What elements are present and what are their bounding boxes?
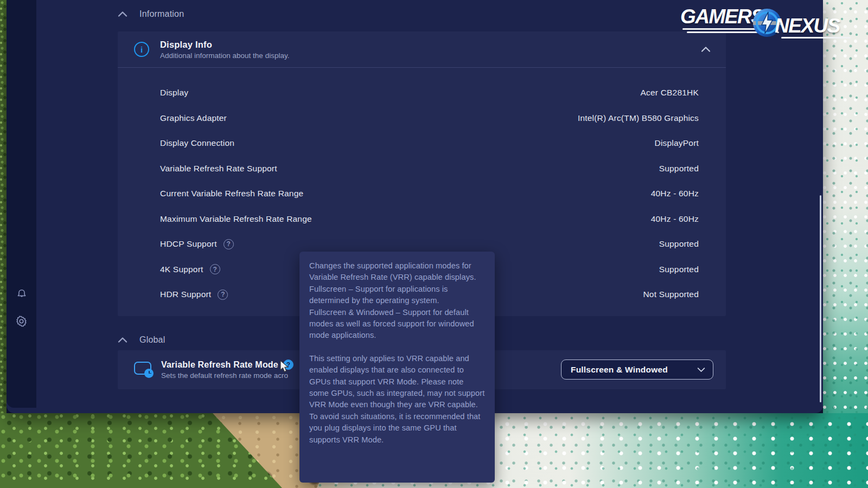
vrr-mode-title: Variable Refresh Rate Mode [161, 360, 278, 370]
logo-text-gamers: GAMERS [680, 5, 763, 28]
row-label: Current Variable Refresh Rate Range [160, 189, 303, 198]
refresh-rate-monitor-icon [134, 362, 154, 378]
logo-underline [781, 37, 851, 38]
row-value: 40Hz - 60Hz [651, 189, 699, 198]
table-row: Display Connection DisplayPort [118, 131, 726, 156]
row-value: Acer CB281HK [640, 88, 699, 98]
row-value: 40Hz - 60Hz [651, 214, 699, 224]
dropdown-selected-value: Fullscreen & Windowed [571, 365, 697, 375]
row-label: Graphics Adapter [160, 113, 227, 123]
row-label: HDCP Support [160, 239, 217, 249]
row-value: Supported [659, 164, 699, 174]
row-value: Not Supported [643, 290, 699, 299]
vrr-help-icon[interactable]: ? [283, 359, 293, 370]
vrr-mode-dropdown[interactable]: Fullscreen & Windowed [561, 359, 713, 380]
chevron-down-icon [697, 367, 705, 373]
notifications-bell-icon[interactable] [15, 287, 28, 300]
chevron-up-icon[interactable] [118, 11, 127, 17]
row-value: DisplayPort [655, 138, 699, 148]
row-label: Maximum Variable Refresh Rate Range [160, 214, 312, 224]
row-label: Display [160, 88, 188, 98]
vrr-help-tooltip: Changes the supported application modes … [299, 252, 495, 483]
collapse-chevron-up-icon[interactable] [701, 46, 711, 53]
display-info-header[interactable]: i Display Info Additional information ab… [118, 31, 726, 68]
table-row: Display Acer CB281HK [118, 80, 726, 106]
chevron-up-icon[interactable] [118, 337, 127, 343]
row-value: Supported [659, 265, 699, 274]
row-label: Variable Refresh Rate Support [160, 164, 277, 174]
card-title: Display Info [160, 40, 701, 50]
sidebar [7, 0, 36, 408]
logo-text-nexus: NEXUS [775, 15, 840, 37]
gamers-nexus-logo: GAMERS NEXUS [678, 3, 852, 36]
section-label: Global [139, 335, 165, 345]
row-label: Display Connection [160, 138, 234, 148]
table-row: Maximum Variable Refresh Rate Range 40Hz… [118, 207, 726, 232]
section-label: Information [139, 9, 184, 19]
table-row: Variable Refresh Rate Support Supported [118, 156, 726, 182]
desktop: Information i Display Info Additional in… [0, 0, 868, 488]
tooltip-paragraph: Changes the supported application modes … [309, 260, 485, 342]
row-label: 4K Support [160, 265, 203, 274]
card-subtitle: Additional information about the display… [160, 52, 701, 60]
info-icon: i [134, 42, 149, 57]
row-label: HDR Support [160, 290, 211, 299]
scrollbar-thumb[interactable] [820, 195, 821, 402]
tooltip-paragraph: This setting only applies to VRR capable… [309, 353, 485, 446]
help-icon[interactable]: ? [224, 239, 234, 249]
table-row: Graphics Adapter Intel(R) Arc(TM) B580 G… [118, 106, 726, 131]
help-icon[interactable]: ? [210, 264, 220, 274]
row-value: Supported [659, 239, 699, 249]
row-value: Intel(R) Arc(TM) B580 Graphics [578, 113, 699, 123]
settings-gear-icon[interactable] [15, 314, 28, 328]
table-row: Current Variable Refresh Rate Range 40Hz… [118, 181, 726, 207]
help-icon[interactable]: ? [218, 290, 228, 300]
